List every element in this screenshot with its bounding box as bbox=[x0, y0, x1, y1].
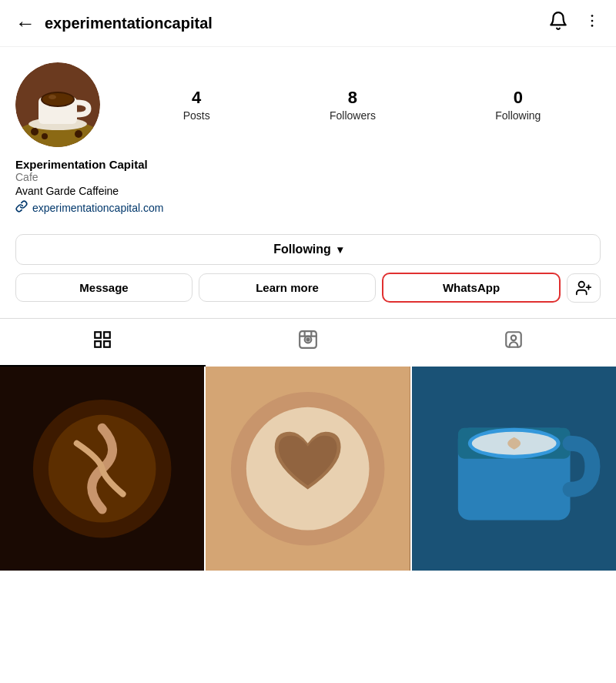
tab-grid[interactable] bbox=[0, 319, 206, 367]
svg-point-14 bbox=[579, 281, 584, 286]
profile-info: Experimentation Capital Cafe Avant Garde… bbox=[15, 158, 601, 216]
grid-item-3[interactable] bbox=[412, 367, 616, 571]
learn-more-button[interactable]: Learn more bbox=[199, 273, 376, 302]
svg-rect-18 bbox=[104, 332, 110, 338]
svg-point-12 bbox=[42, 133, 48, 139]
whatsapp-button[interactable]: WhatsApp bbox=[382, 273, 561, 303]
svg-rect-17 bbox=[95, 332, 102, 338]
tabs-container bbox=[0, 318, 616, 367]
svg-rect-19 bbox=[95, 341, 102, 347]
following-count: 0 bbox=[514, 88, 523, 108]
grid-item-2[interactable] bbox=[206, 367, 410, 571]
profile-top: 4 Posts 8 Followers 0 Following bbox=[15, 62, 601, 147]
add-friend-button[interactable] bbox=[567, 273, 601, 303]
photo-grid bbox=[0, 367, 616, 571]
grid-icon bbox=[92, 330, 112, 354]
avatar[interactable] bbox=[15, 62, 100, 147]
svg-point-10 bbox=[49, 95, 56, 99]
profile-name: Experimentation Capital bbox=[15, 158, 601, 171]
posts-stat[interactable]: 4 Posts bbox=[183, 88, 210, 122]
back-button[interactable]: ← bbox=[15, 13, 35, 33]
following-button-label: Following bbox=[273, 243, 331, 256]
svg-point-1 bbox=[591, 20, 594, 22]
header-left: ← experimentationcapital bbox=[15, 13, 213, 33]
tagged-icon bbox=[504, 330, 524, 354]
stats-container: 4 Posts 8 Followers 0 Following bbox=[116, 88, 601, 122]
profile-bio: Avant Garde Caffeine bbox=[15, 185, 601, 197]
following-button[interactable]: Following ▾ bbox=[15, 234, 601, 265]
svg-point-13 bbox=[75, 130, 82, 138]
header: ← experimentationcapital bbox=[0, 0, 616, 47]
secondary-buttons: Message Learn more WhatsApp bbox=[15, 273, 601, 303]
svg-point-23 bbox=[306, 338, 309, 340]
following-label: Following bbox=[495, 109, 541, 122]
tab-reels[interactable] bbox=[206, 319, 411, 367]
following-stat[interactable]: 0 Following bbox=[495, 88, 541, 122]
followers-count: 8 bbox=[348, 88, 357, 108]
chevron-down-icon: ▾ bbox=[337, 243, 343, 256]
more-options-icon[interactable] bbox=[584, 12, 601, 34]
posts-label: Posts bbox=[183, 109, 210, 122]
profile-category: Cafe bbox=[15, 171, 601, 183]
bell-icon[interactable] bbox=[548, 11, 568, 35]
header-username: experimentationcapital bbox=[45, 15, 213, 32]
posts-count: 4 bbox=[192, 88, 201, 108]
reels-icon bbox=[298, 330, 318, 354]
svg-rect-20 bbox=[104, 341, 110, 347]
grid-item-1[interactable] bbox=[0, 367, 204, 571]
tab-tagged[interactable] bbox=[410, 319, 616, 367]
followers-label: Followers bbox=[330, 109, 376, 122]
svg-point-0 bbox=[591, 15, 594, 17]
svg-point-2 bbox=[591, 25, 594, 27]
profile-section: 4 Posts 8 Followers 0 Following Experime… bbox=[0, 47, 616, 223]
action-buttons: Following ▾ Message Learn more WhatsApp bbox=[0, 223, 616, 310]
message-button[interactable]: Message bbox=[15, 273, 192, 302]
svg-point-28 bbox=[511, 336, 516, 341]
svg-point-9 bbox=[42, 93, 73, 105]
profile-website[interactable]: experimentationcapital.com bbox=[32, 202, 163, 214]
profile-link[interactable]: experimentationcapital.com bbox=[15, 200, 601, 216]
svg-point-11 bbox=[31, 128, 38, 136]
header-right bbox=[548, 11, 601, 35]
followers-stat[interactable]: 8 Followers bbox=[330, 88, 376, 122]
link-icon bbox=[15, 200, 28, 216]
